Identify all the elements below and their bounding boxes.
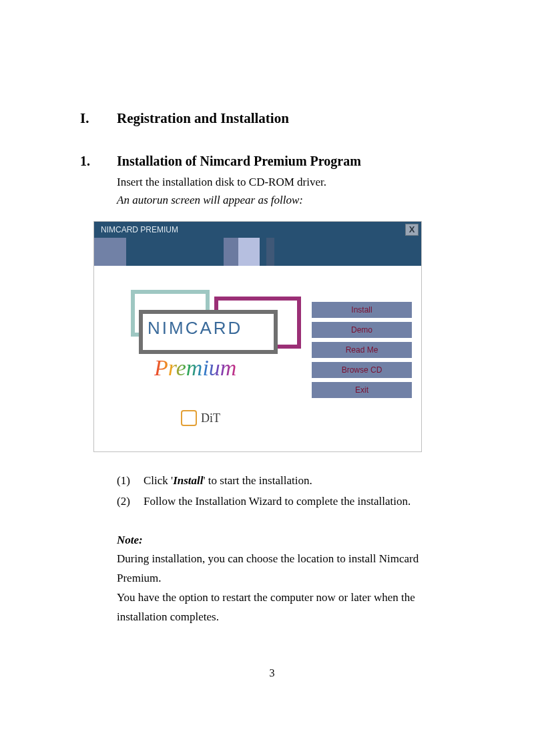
vendor-brand: DiT [181, 410, 220, 426]
section-number: I. [80, 110, 117, 127]
step-text: Follow the Installation Wizard to comple… [144, 492, 411, 512]
readme-button[interactable]: Read Me [312, 342, 412, 358]
demo-button[interactable]: Demo [312, 322, 412, 338]
dialog-title-text: NIMCARD PREMIUM [101, 225, 178, 234]
note-paragraph-2: You have the option to restart the compu… [117, 588, 464, 627]
dialog-titlebar: NIMCARD PREMIUM X [94, 222, 421, 238]
dialog-body: NIMCARD Premium DiT Install Demo Read Me… [94, 266, 421, 451]
logo-brand-text: NIMCARD [148, 318, 242, 339]
section-title: Registration and Installation [117, 110, 289, 127]
note-label: Note: [117, 531, 464, 550]
browsecd-button[interactable]: Browse CD [312, 362, 412, 378]
instruction-line-2: An autorun screen will appear as follow: [117, 191, 464, 209]
subsection-title: Installation of Nimcard Premium Program [117, 154, 361, 169]
vendor-icon [181, 410, 197, 426]
product-logo: NIMCARD Premium [141, 298, 298, 365]
step-text: Click 'Install' to start the installatio… [144, 471, 312, 492]
autorun-dialog: NIMCARD PREMIUM X NIMCARD Premium DiT [93, 221, 422, 452]
autorun-menu: Install Demo Read Me Browse CD Exit [312, 302, 412, 402]
note-block: Note: During installation, you can choos… [117, 531, 464, 627]
step-2: (2) Follow the Installation Wizard to co… [117, 492, 464, 512]
logo-tag-text: Premium [154, 357, 236, 379]
vendor-text: DiT [201, 411, 220, 425]
close-button[interactable]: X [405, 224, 419, 236]
dialog-header-stripe [94, 238, 421, 266]
subsection-number: 1. [80, 154, 117, 169]
step-number: (1) [117, 471, 144, 492]
document-page: I. Registration and Installation 1. Inst… [0, 0, 534, 719]
page-number: 3 [80, 667, 464, 679]
note-paragraph-1: During installation, you can choose the … [117, 550, 464, 588]
section-heading: I. Registration and Installation [80, 110, 464, 127]
step-1: (1) Click 'Install' to start the install… [117, 471, 464, 492]
step-number: (2) [117, 492, 144, 512]
exit-button[interactable]: Exit [312, 382, 412, 398]
subsection-heading: 1. Installation of Nimcard Premium Progr… [80, 154, 464, 169]
install-button[interactable]: Install [312, 302, 412, 318]
instruction-line-1: Insert the installation disk to CD-ROM d… [117, 173, 464, 191]
